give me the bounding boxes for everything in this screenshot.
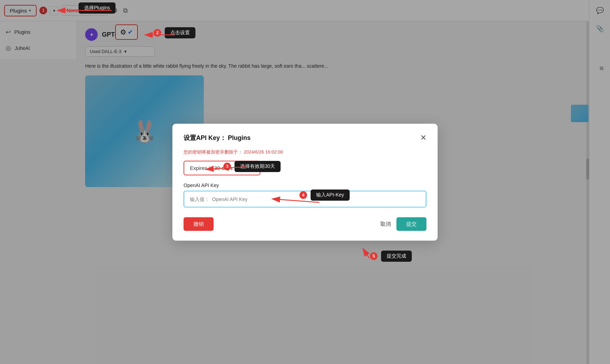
expires-select-wrap: Expires in 30 days ▾: [184, 161, 426, 175]
modal-close-button[interactable]: ✕: [420, 134, 426, 141]
api-key-input-wrap: [184, 191, 426, 207]
expires-select[interactable]: Expires in 30 days ▾: [184, 161, 260, 175]
api-key-input[interactable]: [184, 191, 426, 207]
modal-warning: 您的密钥将被加密并删除于： 2024/6/26 16:02:00: [184, 149, 426, 155]
modal-header: 设置API Key： Plugins ✕: [184, 133, 426, 142]
api-key-modal: 设置API Key： Plugins ✕ 您的密钥将被加密并删除于： 2024/…: [172, 124, 438, 240]
revoke-button[interactable]: 撤销: [184, 217, 214, 231]
modal-warning-date: 2024/6/26 16:02:00: [244, 149, 283, 154]
modal-title: 设置API Key： Plugins: [184, 133, 251, 142]
modal-footer: 撤销 取消 提交: [184, 217, 426, 231]
api-key-field-label: OpenAI API Key: [184, 182, 426, 188]
expires-chevron-icon: ▾: [251, 165, 254, 171]
submit-button[interactable]: 提交: [396, 217, 426, 231]
modal-warning-text: 您的密钥将被加密并删除于：: [184, 149, 243, 154]
modal-footer-right: 取消 提交: [380, 217, 426, 231]
expires-label: Expires in 30 days: [190, 165, 233, 171]
cancel-button[interactable]: 取消: [380, 221, 391, 227]
